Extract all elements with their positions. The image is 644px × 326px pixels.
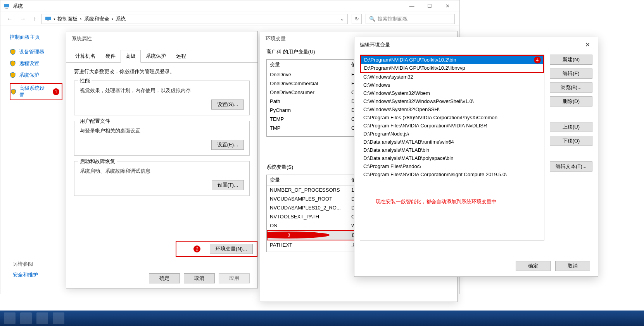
group-legend: 用户配置文件 [78,118,112,125]
settings-button-s[interactable]: 设置(S)... [211,100,244,110]
env-vars-button[interactable]: 环境变量(N)... [210,244,253,254]
path-item[interactable]: D:\Program\NVIDIA GPU\Toolkitv10.2\libnv… [361,64,543,72]
path-item[interactable]: D:\Data analysis\MATLAB\runtime\win64 [360,138,544,146]
crumb-item[interactable]: 控制面板 [57,15,78,22]
svg-rect-2 [45,17,51,20]
path-item[interactable]: C:\Windows\System32\OpenSSH\ [360,105,544,113]
col-var: 变量 [267,175,348,185]
svg-rect-1 [5,8,8,9]
path-item[interactable]: C:\Program Files\Pandoc\ [360,162,544,170]
minimize-button[interactable]: — [403,0,421,12]
tab-advanced[interactable]: 高级 [121,50,141,63]
move-up-button[interactable]: 上移(U) [550,122,592,132]
taskbar-item[interactable] [53,312,64,324]
annotation-1: 1 [53,88,59,95]
group-legend: 性能 [78,77,92,84]
settings-button-t[interactable]: 设置(T)... [212,180,244,190]
path-item[interactable]: C:\Windows [360,81,544,89]
var-name: PyCharm [267,106,348,114]
up-button[interactable]: ↑ [31,15,38,22]
breadcrumb[interactable]: › 控制面板 › 系统和安全 › 系统 ⌄ [41,14,348,24]
sidebar-item-label: 系统保护 [19,72,39,79]
apply-button[interactable]: 应用 [219,273,250,283]
taskbar[interactable] [0,311,644,326]
forward-button[interactable]: → [18,15,28,22]
back-button[interactable]: ← [5,15,14,22]
path-list[interactable]: D:\Program\NVIDIA GPU\Toolkitv10.2\bin D… [360,55,544,240]
sidebar-item-label: 远程设置 [19,60,39,67]
edit-text-button[interactable]: 编辑文本(T)... [550,161,592,172]
var-name: NUMBER_OF_PROCESSORS [267,186,348,194]
sidebar-item-advanced[interactable]: 高级系统设置 1 [10,83,62,100]
close-button[interactable]: ✕ [583,41,592,48]
sidebar-item-label: 高级系统设置 [19,85,48,99]
edit-buttons: 新建(N) 编辑(E) 浏览(B)... 删除(D) 上移(U) 下移(O) 编… [550,55,592,240]
crumb-sep: › [112,16,113,22]
path-item[interactable]: D:\Program\Node.js\ [360,130,544,138]
var-name: Path [267,98,348,105]
annotation-2: 2 [193,245,200,252]
crumb-item[interactable]: 系统和安全 [84,15,109,22]
refresh-button[interactable]: ↻ [352,14,362,24]
var-name: TEMP [267,115,348,123]
admin-note: 要进行大多数更改，你必须作为管理员登录。 [74,68,250,75]
path-item[interactable]: C:\Program Files\NVIDIA Corporation\NVID… [360,122,544,130]
var-name: Path3 [268,232,349,239]
maximize-button[interactable]: ☐ [421,0,439,12]
group-legend: 启动和故障恢复 [78,158,117,165]
sidebar-title[interactable]: 控制面板主页 [10,34,66,41]
path-item[interactable]: C:\Program Files (x86)\NVIDIA Corporatio… [360,113,544,122]
address-bar: ← → ↑ › 控制面板 › 系统和安全 › 系统 ⌄ ↻ 🔍 搜索控制面板 [0,12,459,26]
crumb-sep: › [80,16,81,22]
edit-button[interactable]: 编辑(E) [550,69,592,79]
group-desc: 视觉效果，处理器计划，内存使用，以及虚拟内存 [80,87,244,94]
close-button[interactable]: ✕ [439,0,456,12]
new-button[interactable]: 新建(N) [550,55,592,65]
see-also-link[interactable]: 安全和维护 [13,271,38,278]
sidebar-item-remote[interactable]: 远程设置 [10,60,66,67]
chevron-down-icon[interactable]: ⌄ [340,16,344,22]
tab-computer-name[interactable]: 计算机名 [70,50,100,62]
window-controls: — ☐ ✕ [403,0,456,12]
group-performance: 性能 视觉效果，处理器计划，内存使用，以及虚拟内存 设置(S)... [74,81,250,115]
path-item[interactable]: D:\Program\NVIDIA GPU\Toolkitv10.2\bin [361,56,543,64]
var-name: OS [267,222,348,229]
browse-button[interactable]: 浏览(B)... [550,82,592,93]
path-item[interactable]: D:\Data analysis\MATLAB\polyspace\bin [360,154,544,162]
tab-hardware[interactable]: 硬件 [100,50,121,62]
cancel-button[interactable]: 取消 [555,261,590,271]
delete-button[interactable]: 删除(D) [550,96,592,106]
cancel-button[interactable]: 取消 [184,273,215,283]
tab-protection[interactable]: 系统保护 [141,50,171,62]
search-icon: 🔍 [369,16,375,22]
dialog-title: 编辑环境变量 ✕ [354,37,598,52]
var-name: NVCUDASAMPLES10_2_RO... [267,204,348,211]
shield-icon [10,72,16,78]
ok-button[interactable]: 确定 [149,273,180,283]
shield-icon [10,60,16,67]
titlebar: 系统 — ☐ ✕ [0,0,459,12]
taskbar-item[interactable] [4,312,16,324]
group-user-profile: 用户配置文件 与登录帐户相关的桌面设置 设置(E)... [74,121,250,156]
path-item[interactable]: C:\Windows\system32 [360,73,544,81]
search-input[interactable]: 🔍 搜索控制面板 [366,14,455,24]
svg-rect-3 [47,21,49,21]
var-name: OneDriveCommercial [267,80,348,87]
tab-remote[interactable]: 远程 [171,50,191,62]
shield-icon [10,49,16,55]
taskbar-item[interactable] [20,312,32,324]
group-startup: 启动和故障恢复 系统启动、系统故障和调试信息 设置(T)... [74,161,250,196]
path-item[interactable]: C:\Program Files\NVIDIA Corporation\Nsig… [360,170,544,178]
svg-rect-0 [4,4,9,7]
crumb-item[interactable]: 系统 [116,15,126,22]
sidebar-item-device-manager[interactable]: 设备管理器 [10,48,66,55]
taskbar-item[interactable] [36,312,48,324]
move-down-button[interactable]: 下移(O) [550,136,592,146]
path-item[interactable]: D:\Data analysis\MATLAB\bin [360,146,544,154]
path-item[interactable]: C:\Windows\System32\WindowsPowerShell\v1… [360,97,544,105]
path-item[interactable]: C:\Windows\System32\Wbem [360,89,544,97]
ok-button[interactable]: 确定 [516,261,551,271]
sidebar-item-protection[interactable]: 系统保护 [10,72,66,79]
system-properties-dialog: 系统属性 计算机名 硬件 高级 系统保护 远程 要进行大多数更改，你必须作为管理… [66,31,258,288]
settings-button-e[interactable]: 设置(E)... [211,140,244,150]
